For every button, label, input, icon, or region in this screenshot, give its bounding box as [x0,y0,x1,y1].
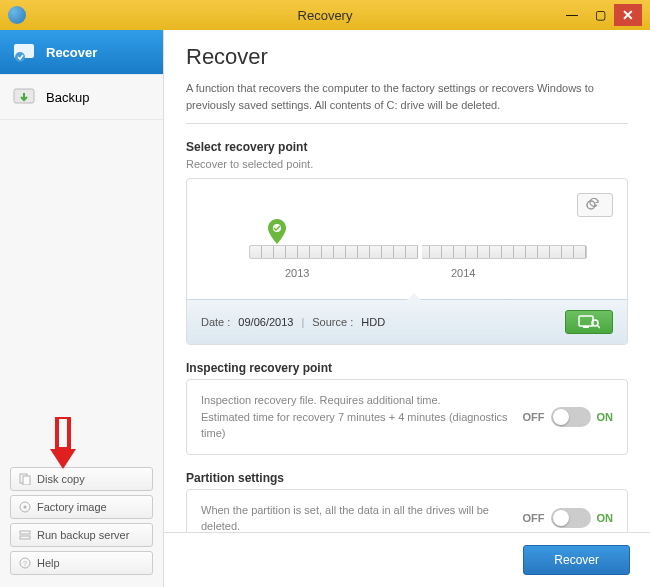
inspect-title: Inspecting recovery point [186,361,628,375]
nav-backup-label: Backup [46,90,89,105]
timeline[interactable]: 2013 2014 [187,179,627,299]
date-bar: Date : 09/06/2013 | Source : HDD [187,299,627,344]
partition-toggle[interactable] [551,508,591,528]
maximize-button[interactable]: ▢ [586,4,614,26]
help-button[interactable]: ? Help [10,551,153,575]
run-backup-server-button[interactable]: Run backup server [10,523,153,547]
content: Recover A function that recovers the com… [164,30,650,587]
timeline-year-a: 2013 [285,267,309,279]
partition-on-label: ON [597,512,614,524]
date-label: Date : [201,316,230,328]
view-button[interactable] [565,310,613,334]
page-description: A function that recovers the computer to… [186,80,628,124]
footer: Recover [164,532,650,587]
refresh-icon [586,198,604,212]
inspect-text: Inspection recovery file. Requires addit… [201,392,511,442]
app-icon [8,6,26,24]
annotation-arrow-icon [46,417,80,473]
recovery-point-panel: 2013 2014 Date : 09/06/2013 | Source : H… [186,178,628,345]
svg-line-17 [597,325,600,328]
help-icon: ? [19,557,31,569]
svg-rect-8 [20,531,30,534]
disk-copy-icon [19,473,31,485]
nav-recover[interactable]: Recover [0,30,163,75]
minimize-button[interactable]: — [558,4,586,26]
timeline-pin-icon[interactable] [267,219,287,245]
partition-off-label: OFF [523,512,545,524]
factory-image-icon [19,501,31,513]
svg-rect-3 [57,417,69,449]
page-heading: Recover [186,44,628,70]
inspect-off-label: OFF [523,411,545,423]
partition-title: Partition settings [186,471,628,485]
nav-backup[interactable]: Backup [0,75,163,120]
source-label: Source : [312,316,353,328]
timeline-bar[interactable] [249,245,587,259]
svg-rect-14 [579,316,593,326]
sidebar-bottom: Disk copy Factory image Run backup serve… [0,461,163,587]
backup-icon [12,85,36,109]
inspect-on-label: ON [597,411,614,423]
source-value: HDD [361,316,385,328]
nav-recover-label: Recover [46,45,97,60]
partition-text: When the partition is set, all the data … [201,502,511,533]
recovery-point-subtitle: Recover to selected point. [186,158,628,170]
window-title: Recovery [298,8,353,23]
svg-rect-15 [583,326,589,328]
monitor-search-icon [578,315,600,329]
factory-image-button[interactable]: Factory image [10,495,153,519]
svg-point-1 [15,52,25,62]
timeline-year-b: 2014 [451,267,475,279]
svg-rect-9 [20,536,30,539]
inspect-row: Inspection recovery file. Requires addit… [186,379,628,455]
recovery-point-title: Select recovery point [186,140,628,154]
svg-rect-5 [23,476,30,485]
close-button[interactable]: ✕ [614,4,642,26]
recover-button[interactable]: Recover [523,545,630,575]
sidebar: Recover Backup Disk copy Factory image R… [0,30,164,587]
disk-copy-button[interactable]: Disk copy [10,467,153,491]
partition-row: When the partition is set, all the data … [186,489,628,533]
date-value: 09/06/2013 [238,316,293,328]
titlebar: Recovery — ▢ ✕ [0,0,650,30]
timeline-refresh-button[interactable] [577,193,613,217]
recover-icon [12,40,36,64]
server-icon [19,529,31,541]
inspect-toggle[interactable] [551,407,591,427]
svg-point-7 [24,506,27,509]
svg-text:?: ? [23,560,27,567]
